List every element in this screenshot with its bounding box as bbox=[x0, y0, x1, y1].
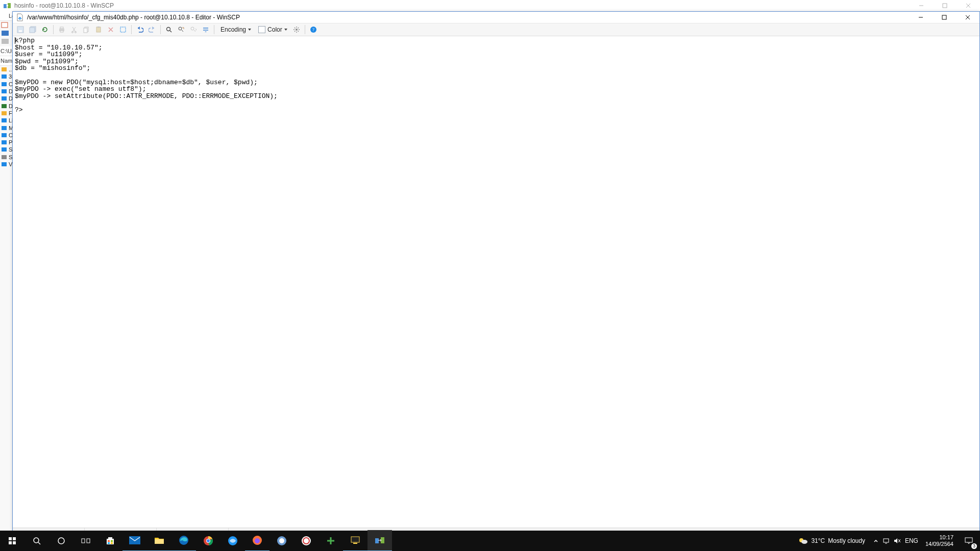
outer-window-titlebar: hosinfo - root@10.10.10.8 - WinSCP bbox=[0, 0, 980, 12]
delete-button[interactable] bbox=[105, 24, 116, 35]
svg-rect-77 bbox=[965, 538, 972, 542]
action-center-button[interactable]: 3 bbox=[958, 531, 980, 551]
color-dropdown[interactable]: Color bbox=[255, 24, 290, 35]
taskbar-clock[interactable]: 10:17 14/09/2564 bbox=[921, 534, 958, 547]
svg-point-47 bbox=[34, 538, 39, 543]
svg-rect-55 bbox=[108, 542, 110, 544]
clock-date: 14/09/2564 bbox=[925, 541, 953, 547]
task-view-button[interactable] bbox=[74, 531, 98, 551]
svg-rect-46 bbox=[13, 541, 16, 544]
svg-rect-45 bbox=[9, 541, 12, 544]
system-tray: ENG bbox=[870, 537, 921, 544]
taskbar-app-mail[interactable] bbox=[122, 530, 147, 551]
file-icon bbox=[1, 154, 8, 161]
save-button[interactable] bbox=[15, 24, 26, 35]
svg-rect-39 bbox=[203, 30, 208, 31]
cut-button[interactable] bbox=[68, 24, 80, 35]
outer-minimize-button[interactable] bbox=[910, 0, 933, 11]
taskbar-app-generic3[interactable] bbox=[294, 531, 318, 551]
chevron-down-icon bbox=[248, 29, 251, 31]
color-label: Color bbox=[267, 26, 282, 33]
cortana-button[interactable] bbox=[49, 531, 74, 551]
background-left-panel: Loc C:\Us Nam .. 3DCDDDFaLiMOPiSaSeVi bbox=[0, 11, 13, 538]
taskbar-app-explorer[interactable] bbox=[147, 530, 172, 551]
svg-point-65 bbox=[255, 538, 260, 543]
file-icon bbox=[1, 161, 8, 168]
bg-file-row[interactable]: Fa bbox=[0, 110, 12, 117]
redo-button[interactable] bbox=[146, 24, 158, 35]
bg-file-row[interactable]: D bbox=[0, 88, 12, 95]
notification-badge: 3 bbox=[971, 543, 977, 549]
bg-file-row[interactable]: Li bbox=[0, 117, 12, 124]
taskbar-app-firefox[interactable] bbox=[245, 530, 270, 551]
file-icon bbox=[1, 73, 8, 80]
search-button[interactable] bbox=[24, 531, 49, 551]
find-button[interactable] bbox=[163, 24, 175, 35]
taskbar-app-winscp[interactable] bbox=[368, 530, 392, 551]
save-all-button[interactable] bbox=[27, 24, 38, 35]
svg-point-75 bbox=[801, 540, 807, 544]
start-button[interactable] bbox=[0, 531, 24, 551]
preferences-button[interactable] bbox=[291, 24, 302, 35]
taskbar-app-chrome[interactable] bbox=[196, 531, 220, 551]
svg-rect-16 bbox=[2, 140, 7, 144]
outer-maximize-button[interactable] bbox=[933, 0, 957, 11]
reload-button[interactable] bbox=[39, 24, 51, 35]
tray-chevron-up-icon[interactable] bbox=[873, 538, 878, 543]
file-icon bbox=[1, 124, 8, 132]
replace-button[interactable] bbox=[176, 24, 187, 35]
svg-rect-6 bbox=[2, 67, 7, 71]
weather-temp: 31°C bbox=[811, 537, 825, 544]
bg-file-row[interactable]: D bbox=[0, 95, 12, 102]
tray-network-icon[interactable] bbox=[883, 538, 890, 544]
svg-rect-8 bbox=[2, 82, 7, 86]
bg-file-row[interactable]: M bbox=[0, 124, 12, 131]
taskbar-app-plus[interactable] bbox=[318, 531, 343, 551]
bg-file-label: .. bbox=[9, 66, 12, 72]
undo-button[interactable] bbox=[134, 24, 145, 35]
bg-file-row[interactable]: Pi bbox=[0, 139, 12, 146]
goto-line-button[interactable] bbox=[200, 24, 211, 35]
bg-file-row[interactable]: C bbox=[0, 81, 12, 88]
bg-file-row[interactable]: 3D bbox=[0, 73, 12, 80]
svg-point-36 bbox=[179, 27, 182, 30]
editor-maximize-button[interactable] bbox=[933, 12, 956, 23]
taskbar-app-putty[interactable] bbox=[343, 530, 368, 551]
bg-file-row[interactable]: .. bbox=[0, 66, 12, 73]
svg-rect-54 bbox=[111, 540, 113, 542]
svg-rect-4 bbox=[2, 31, 9, 36]
tray-lang[interactable]: ENG bbox=[905, 537, 918, 544]
print-button[interactable] bbox=[56, 24, 67, 35]
svg-rect-44 bbox=[13, 537, 16, 540]
tray-volume-icon[interactable] bbox=[894, 538, 901, 544]
outer-close-button[interactable] bbox=[957, 0, 980, 11]
windows-taskbar: 31°C Mostly cloudy ENG 10:17 14/09/2564 … bbox=[0, 531, 980, 551]
editor-close-button[interactable] bbox=[956, 12, 979, 23]
file-icon bbox=[1, 110, 8, 117]
help-button[interactable]: ? bbox=[308, 24, 319, 35]
paste-button[interactable] bbox=[93, 24, 104, 35]
find-next-button[interactable] bbox=[188, 24, 199, 35]
bg-file-row[interactable]: D bbox=[0, 102, 12, 109]
editor-minimize-button[interactable] bbox=[909, 12, 933, 23]
encoding-dropdown[interactable]: Encoding bbox=[217, 24, 254, 35]
copy-button[interactable] bbox=[81, 24, 92, 35]
taskbar-app-generic2[interactable] bbox=[270, 531, 294, 551]
editor-text-area[interactable]: k?php $host = "10.10.10.57"; $user = "u1… bbox=[13, 36, 979, 528]
bg-file-row[interactable]: O bbox=[0, 132, 12, 139]
svg-rect-20 bbox=[942, 15, 946, 19]
bg-file-row[interactable]: Sa bbox=[0, 146, 12, 153]
taskbar-app-edge[interactable] bbox=[172, 530, 196, 551]
weather-icon bbox=[798, 537, 808, 545]
file-icon bbox=[1, 117, 8, 124]
bg-file-row[interactable]: Vi bbox=[0, 161, 12, 168]
taskbar-weather[interactable]: 31°C Mostly cloudy bbox=[793, 537, 870, 545]
file-icon bbox=[1, 95, 8, 102]
taskbar-app-store[interactable] bbox=[98, 531, 122, 551]
svg-rect-0 bbox=[4, 4, 7, 8]
select-all-button[interactable] bbox=[117, 24, 129, 35]
file-icon bbox=[1, 81, 8, 88]
editor-titlebar[interactable]: /var/www/html/hosinfo/_cfg_mis40db.php -… bbox=[13, 12, 979, 23]
bg-file-row[interactable]: Se bbox=[0, 154, 12, 161]
taskbar-app-generic1[interactable] bbox=[220, 531, 245, 551]
